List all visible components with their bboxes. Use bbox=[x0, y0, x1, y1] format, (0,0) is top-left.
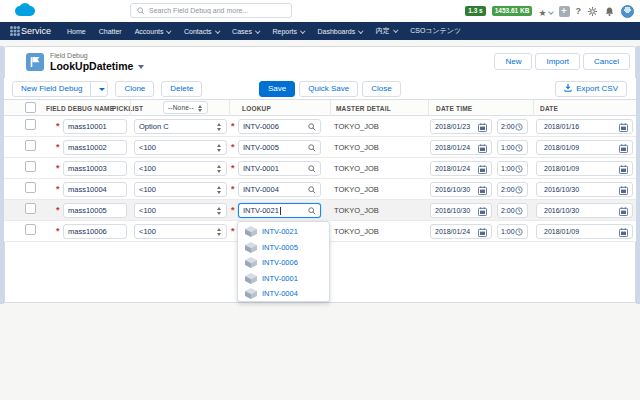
datetime-date-input[interactable]: 2016/10/30 bbox=[430, 203, 492, 218]
close-button[interactable]: Close bbox=[362, 81, 400, 97]
app-launcher-icon[interactable] bbox=[10, 26, 13, 29]
tab-cases[interactable]: Cases bbox=[232, 28, 259, 35]
datetime-date-input[interactable]: 2018/01/24 bbox=[430, 224, 492, 239]
tab-cso-contents[interactable]: CSOコンテンツ bbox=[410, 26, 461, 36]
datetime-time-input[interactable]: 1:00 bbox=[497, 161, 528, 176]
tab-reports[interactable]: Reports bbox=[272, 28, 304, 35]
field-debug-name-input[interactable] bbox=[63, 182, 127, 197]
field-debug-name-input[interactable] bbox=[63, 203, 127, 218]
master-detail-value: TOKYO_JOB bbox=[334, 122, 379, 131]
date-input[interactable]: 2016/10/30 bbox=[536, 203, 633, 218]
new-field-debug-button[interactable]: New Field Debug bbox=[12, 81, 91, 97]
datetime-time-input[interactable]: 2:00 bbox=[497, 203, 528, 218]
picklist-select[interactable]: <100 bbox=[134, 203, 227, 218]
lookup-input[interactable]: INTV-0004 bbox=[238, 182, 321, 197]
row-checkbox[interactable] bbox=[25, 182, 36, 193]
chevron-down-icon bbox=[300, 28, 305, 33]
chevron-down-icon bbox=[167, 28, 172, 33]
calendar-icon bbox=[478, 228, 487, 237]
lookup-input[interactable]: INTV-0005 bbox=[238, 140, 321, 155]
help-icon[interactable]: ? bbox=[576, 6, 582, 16]
stepper-icon bbox=[198, 105, 203, 113]
lookup-suggestion-item[interactable]: INTV-0005 bbox=[238, 240, 329, 256]
new-button[interactable]: New bbox=[494, 53, 532, 70]
download-icon bbox=[564, 84, 572, 92]
lookup-suggestion-item[interactable]: INTV-0021 bbox=[238, 224, 329, 240]
add-favorite-icon[interactable]: + bbox=[559, 6, 570, 17]
lookup-input[interactable]: INTV-0001 bbox=[238, 161, 321, 176]
picklist-select[interactable]: Option C bbox=[134, 119, 227, 134]
datetime-date-input[interactable]: 2018/01/24 bbox=[430, 161, 492, 176]
picklist-select[interactable]: <100 bbox=[134, 140, 227, 155]
field-debug-name-input[interactable] bbox=[63, 224, 127, 239]
tab-chatter[interactable]: Chatter bbox=[99, 28, 122, 35]
perf-time-badge: 1.3 s bbox=[465, 6, 485, 16]
datetime-date-input[interactable]: 2018/01/24 bbox=[430, 140, 492, 155]
table-row: * <100 * INTV-0005 TOKYO_JOB 2018/01/24 … bbox=[4, 137, 636, 158]
master-detail-value: TOKYO_JOB bbox=[334, 206, 379, 215]
tab-home[interactable]: Home bbox=[67, 28, 86, 35]
datetime-date-input[interactable]: 2018/01/23 bbox=[430, 119, 492, 134]
favorites-button[interactable]: ★ bbox=[538, 2, 552, 20]
search-icon bbox=[308, 144, 316, 152]
row-checkbox[interactable] bbox=[25, 140, 36, 151]
datetime-date-input[interactable]: 2016/10/30 bbox=[430, 182, 492, 197]
row-checkbox[interactable] bbox=[25, 203, 36, 214]
datetime-time-input[interactable]: 1:00 bbox=[497, 140, 528, 155]
chevron-down-icon[interactable] bbox=[138, 65, 144, 69]
picklist-select[interactable]: <100 bbox=[134, 182, 227, 197]
date-input[interactable]: 2018/01/09 bbox=[536, 140, 633, 155]
new-field-debug-menu-button[interactable] bbox=[90, 81, 108, 97]
field-debug-name-input[interactable] bbox=[63, 119, 127, 134]
lookup-input[interactable]: INTV-0006 bbox=[238, 119, 321, 134]
date-input[interactable]: 2018/01/09 bbox=[536, 161, 633, 176]
text-cursor bbox=[280, 207, 281, 215]
table-row: * <100 * INTV-0001 TOKYO_JOB 2018/01/24 … bbox=[4, 158, 636, 179]
lookup-suggestion-item[interactable]: INTV-0004 bbox=[238, 286, 329, 302]
tab-contacts[interactable]: Contacts bbox=[184, 28, 219, 35]
calendar-icon bbox=[619, 123, 628, 132]
date-input[interactable]: 2018/01/16 bbox=[536, 119, 633, 134]
field-debug-name-input[interactable] bbox=[63, 140, 127, 155]
lookup-input-focused[interactable]: INTV-0021 bbox=[238, 203, 321, 218]
row-checkbox[interactable] bbox=[25, 161, 36, 172]
row-checkbox[interactable] bbox=[25, 119, 36, 130]
tab-dashboards[interactable]: Dashboards bbox=[317, 28, 362, 35]
stepper-icon bbox=[217, 186, 222, 194]
picklist-filter-select[interactable]: --None-- bbox=[163, 101, 208, 114]
field-debug-name-input[interactable] bbox=[63, 161, 127, 176]
picklist-select[interactable]: <100 bbox=[134, 224, 227, 239]
global-search-input[interactable] bbox=[149, 4, 289, 17]
calendar-icon bbox=[619, 207, 628, 216]
datetime-time-input[interactable]: 1:00 bbox=[497, 224, 528, 239]
export-csv-button[interactable]: Export CSV bbox=[555, 81, 627, 97]
clone-button[interactable]: Clone bbox=[115, 81, 154, 97]
delete-button[interactable]: Delete bbox=[161, 81, 202, 97]
cancel-button[interactable]: Cancel bbox=[583, 53, 630, 70]
stepper-icon bbox=[217, 228, 222, 236]
table-row: * <100 * INTV-0004 TOKYO_JOB 2016/10/30 … bbox=[4, 179, 636, 200]
setup-gear-icon[interactable] bbox=[587, 6, 598, 17]
date-input[interactable]: 2016/10/30 bbox=[536, 182, 633, 197]
lookup-suggestion-item[interactable]: INTV-0006 bbox=[238, 255, 329, 271]
salesforce-logo-icon bbox=[12, 2, 38, 24]
import-button[interactable]: Import bbox=[535, 53, 580, 70]
clock-icon bbox=[515, 228, 523, 236]
global-search[interactable] bbox=[130, 3, 292, 18]
page-right-gutter bbox=[636, 46, 640, 304]
notifications-bell-icon[interactable] bbox=[604, 6, 615, 17]
tab-accounts[interactable]: Accounts bbox=[135, 28, 171, 35]
save-button[interactable]: Save bbox=[259, 81, 295, 97]
row-checkbox[interactable] bbox=[25, 224, 36, 235]
picklist-select[interactable]: <100 bbox=[134, 161, 227, 176]
lookup-suggestion-item[interactable]: INTV-0001 bbox=[238, 271, 329, 287]
select-all-checkbox[interactable] bbox=[25, 102, 36, 113]
date-input[interactable]: 2018/01/09 bbox=[536, 224, 633, 239]
quick-save-button[interactable]: Quick Save bbox=[299, 81, 358, 97]
tab-naitei[interactable]: 内定 bbox=[376, 26, 398, 36]
user-avatar[interactable] bbox=[621, 5, 634, 18]
datetime-time-input[interactable]: 2:00 bbox=[497, 182, 528, 197]
datetime-time-input[interactable]: 2:00 bbox=[497, 119, 528, 134]
star-icon: ★ bbox=[538, 8, 546, 18]
chevron-down-icon bbox=[358, 28, 363, 33]
